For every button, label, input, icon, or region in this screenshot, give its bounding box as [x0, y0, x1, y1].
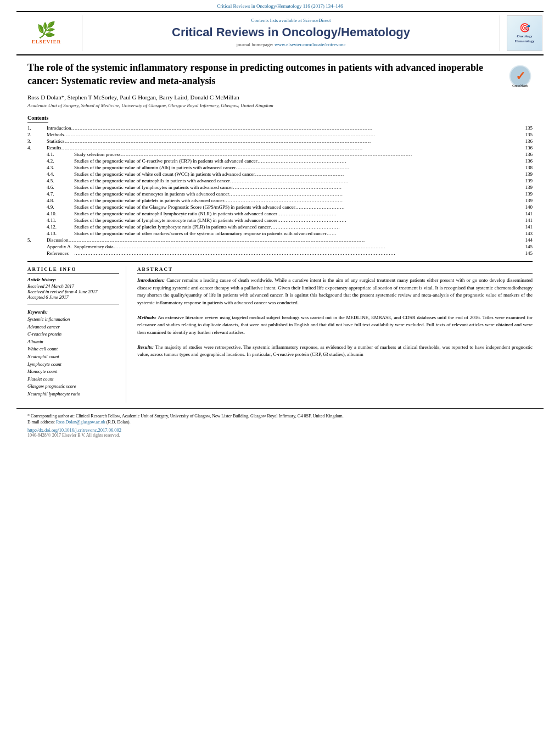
article-info-heading: ARTICLE INFO: [27, 266, 119, 274]
divider-thick: [27, 261, 533, 262]
journal-header: 🌿 ELSEVIER Contents lists available at S…: [16, 11, 544, 55]
footnotes-section: * Corresponding author at: Clinical Rese…: [16, 408, 544, 438]
contents-number: [27, 164, 47, 171]
keyword-item: Systemic inflammation: [27, 316, 119, 323]
contents-sub-number: 4.1.: [47, 151, 74, 158]
contents-number: 5.: [27, 237, 47, 243]
crossmark-logo: ✓ CrossMark: [508, 64, 533, 88]
contents-sub-number: 4.6.: [47, 184, 74, 191]
journal-citation-link[interactable]: Critical Reviews in Oncology/Hematology …: [217, 3, 343, 9]
doi[interactable]: http://dx.doi.org/10.1016/j.critrevonc.2…: [27, 427, 533, 433]
contents-sub-number: 4.4.: [47, 171, 74, 177]
onco-logo-area: 🎯 OncologyHematology: [500, 15, 544, 51]
contents-text: Studies of the prognostic value of album…: [74, 164, 511, 171]
keyword-item: Glasgow prognostic score: [27, 383, 119, 390]
contents-page: 145: [511, 243, 533, 250]
email-link[interactable]: Ross.Dolan@glasgow.ac.uk: [56, 420, 105, 425]
contents-row: 2. Methods…………………………………………………………………………………: [27, 131, 533, 138]
contents-page: 136: [511, 151, 533, 158]
contents-text: Studies of the prognostic value of neutr…: [74, 177, 511, 184]
contents-text: Studies of the prognostic value of other…: [74, 230, 511, 237]
contents-text: Results…………………………………………………………………………………………: [47, 144, 511, 151]
contents-row: 3. Statistics…………………………………………………………………………: [27, 138, 533, 144]
contents-sub-number: 4.12.: [47, 224, 74, 230]
contents-page: 138: [511, 164, 533, 171]
contents-page: 141: [511, 217, 533, 224]
contents-number: 1.: [27, 125, 47, 131]
contents-page: 141: [511, 210, 533, 217]
onco-logo: 🎯 OncologyHematology: [507, 15, 542, 51]
contents-number: 4.: [27, 144, 47, 151]
contents-table: 1. Introduction……………………………………………………………………: [27, 125, 533, 256]
contents-number: [27, 230, 47, 237]
journal-center: Contents lists available at ScienceDirec…: [82, 15, 500, 51]
affiliation: Academic Unit of Surgery, School of Medi…: [27, 103, 533, 108]
contents-text: Studies of the prognostic value of neutr…: [74, 210, 511, 217]
contents-row: 4.3. Studies of the prognostic value of …: [27, 164, 533, 171]
onco-logo-text: OncologyHematology: [514, 34, 534, 44]
keyword-item: White cell count: [27, 345, 119, 353]
contents-page: 144: [511, 237, 533, 243]
contents-row: 4.13. Studies of the prognostic value of…: [27, 230, 533, 237]
contents-sub-number: 4.11.: [47, 217, 74, 224]
contents-row: 4.8. Studies of the prognostic value of …: [27, 197, 533, 204]
contents-number: [27, 224, 47, 230]
elsevier-text: ELSEVIER: [32, 39, 61, 44]
received-date: Received 24 March 2017: [27, 283, 119, 289]
contents-text: ……………………………………………………………………………………………………………: [74, 250, 511, 256]
corresponding-author: * Corresponding author at: Clinical Rese…: [27, 413, 533, 425]
homepage-link[interactable]: www.elsevier.com/locate/critrevonc: [275, 42, 345, 47]
contents-sub-number: 4.9.: [47, 204, 74, 210]
contents-page: 141: [511, 224, 533, 230]
contents-row: Appendix A. Supplementary data……………………………: [27, 243, 533, 250]
revised-date: Received in revised form 4 June 2017: [27, 289, 119, 294]
journal-title: Critical Reviews in Oncology/Hematology: [88, 25, 494, 40]
contents-text: Studies of the prognostic value of white…: [74, 171, 511, 177]
contents-row: 4.12. Studies of the prognostic value of…: [27, 224, 533, 230]
keyword-item: Advanced cancer: [27, 323, 119, 331]
svg-text:✓: ✓: [516, 69, 525, 83]
corresponding-label: * Corresponding author at:: [27, 414, 75, 419]
keyword-item: Platelet count: [27, 376, 119, 383]
corresponding-text: Clinical Research Fellow, Academic Unit …: [76, 414, 344, 419]
contents-row: 4.9. Studies of the prognostic value of …: [27, 204, 533, 210]
contents-sub-number: 4.8.: [47, 197, 74, 204]
contents-sub-number: 4.10.: [47, 210, 74, 217]
email-label: E-mail address:: [27, 420, 55, 425]
elsevier-tree-icon: 🌿: [37, 23, 56, 38]
article-title-text: The role of the systemic inflammatory re…: [27, 61, 502, 88]
contents-page: 139: [511, 177, 533, 184]
contents-text: Methods…………………………………………………………………………………………: [47, 131, 511, 138]
contents-number: [27, 210, 47, 217]
abstract-column: ABSTRACT Introduction: Cancer remains a …: [137, 266, 533, 403]
science-direct-line: Contents lists available at ScienceDirec…: [88, 18, 494, 23]
methods-label: Methods:: [137, 315, 156, 320]
contents-text: Studies of the prognostic value of lymph…: [74, 217, 511, 224]
contents-row: 4.2. Studies of the prognostic value of …: [27, 158, 533, 164]
keyword-item: C-reactive protein: [27, 331, 119, 338]
contents-page: 139: [511, 197, 533, 204]
contents-text: Discussion…………………………………………………………………………………: [47, 237, 511, 243]
onco-logo-icon: 🎯: [519, 23, 530, 33]
contents-text: Studies of the prognostic value of lymph…: [74, 184, 511, 191]
contents-number: [27, 184, 47, 191]
contents-prefix: Contents lists available at ScienceDirec…: [251, 18, 331, 23]
article-title-block: The role of the systemic inflammatory re…: [27, 61, 533, 88]
contents-number: [27, 250, 47, 256]
journal-homepage: journal homepage: www.elsevier.com/locat…: [88, 42, 494, 47]
homepage-prefix: journal homepage:: [237, 42, 273, 47]
copyright: 1040-8428/© 2017 Elsevier B.V. All right…: [27, 433, 533, 438]
elsevier-logo-area: 🌿 ELSEVIER: [16, 15, 82, 51]
contents-text: Studies of the prognostic value of plate…: [74, 197, 511, 204]
keyword-item: Neutrophil lymphocyte ratio: [27, 390, 119, 398]
contents-number: [27, 243, 47, 250]
contents-number: [27, 151, 47, 158]
contents-row: 4.4. Studies of the prognostic value of …: [27, 171, 533, 177]
keyword-item: Neutrophil count: [27, 353, 119, 361]
contents-row: 4. Results…………………………………………………………………………………: [27, 144, 533, 151]
abstract-heading: ABSTRACT: [137, 266, 533, 274]
contents-sub-number: 4.2.: [47, 158, 74, 164]
keywords-label: Keywords:: [27, 309, 119, 315]
contents-text: Studies of the prognostic value of plate…: [74, 224, 511, 230]
contents-text: Statistics…………………………………………………………………………………: [47, 138, 511, 144]
